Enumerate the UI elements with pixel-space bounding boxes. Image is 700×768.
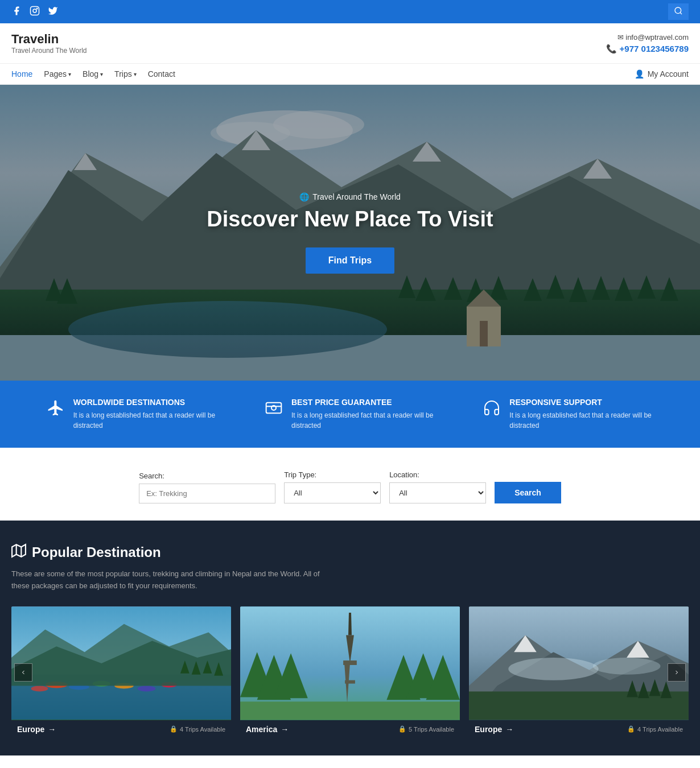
- destination-image-1: [240, 606, 460, 720]
- facebook-icon[interactable]: [11, 6, 22, 18]
- hero-section: 🌐 Travel Around The World Discover New P…: [0, 85, 700, 381]
- instagram-icon[interactable]: [30, 6, 40, 18]
- search-button[interactable]: Search: [495, 482, 561, 503]
- svg-point-3: [675, 7, 681, 14]
- contact-info: ✉ info@wptravel.com 📞 +977 0123456789: [606, 33, 689, 54]
- chevron-down-icon: ▾: [100, 71, 103, 77]
- feature-support: RESPONSIVE SUPPORT It is a long establis…: [483, 398, 653, 431]
- email-icon: ✉: [617, 33, 624, 42]
- plane-icon: [47, 399, 65, 421]
- section-title: Popular Destination: [32, 544, 161, 560]
- destination-card-1: America → 🔒 5 Trips Available: [240, 606, 460, 738]
- card-trips-0: 🔒 4 Trips Available: [170, 725, 225, 733]
- top-bar: [0, 0, 700, 23]
- social-links: [11, 6, 58, 18]
- card-trips-2: 🔒 4 Trips Available: [627, 725, 683, 733]
- lock-icon: 🔒: [398, 725, 406, 733]
- logo-tagline: Travel Around The World: [11, 47, 87, 55]
- carousel-prev-button[interactable]: [14, 663, 32, 682]
- globe-icon: 🌐: [299, 192, 309, 201]
- nav-item-pages[interactable]: Pages ▾: [44, 69, 71, 79]
- destination-carousel: Europe → 🔒 4 Trips Available: [11, 606, 689, 738]
- map-icon: [11, 543, 26, 561]
- svg-point-79: [508, 658, 598, 680]
- twitter-icon[interactable]: [48, 6, 58, 18]
- svg-marker-38: [12, 544, 26, 557]
- price-icon: [265, 399, 283, 421]
- svg-rect-68: [240, 701, 460, 720]
- card-trips-1: 🔒 5 Trips Available: [398, 725, 454, 733]
- main-nav: Home Pages ▾ Blog ▾ Trips ▾ Contact 👤 My…: [0, 64, 700, 85]
- logo[interactable]: Travelin Travel Around The World: [11, 32, 87, 55]
- svg-line-4: [680, 13, 682, 14]
- destination-image-0: [11, 606, 231, 720]
- contact-email: ✉ info@wptravel.com: [617, 33, 689, 42]
- nav-item-blog[interactable]: Blog ▾: [83, 69, 103, 79]
- card-footer-0: Europe → 🔒 4 Trips Available: [11, 720, 231, 738]
- feature-price-text: BEST PRICE GUARANTEE It is a long establ…: [291, 398, 435, 431]
- section-header: Popular Destination: [11, 543, 689, 561]
- hero-title: Discover New Place To Visit: [207, 207, 493, 232]
- lock-icon: 🔒: [170, 725, 178, 733]
- svg-point-1: [33, 9, 36, 13]
- card-name-1[interactable]: America →: [246, 725, 289, 734]
- destination-image-2: [469, 606, 689, 720]
- feature-support-text: RESPONSIVE SUPPORT It is a long establis…: [509, 398, 653, 431]
- svg-rect-64: [345, 680, 355, 683]
- svg-point-80: [593, 658, 661, 675]
- card-footer-1: America → 🔒 5 Trips Available: [240, 720, 460, 738]
- svg-point-48: [138, 686, 156, 691]
- nav-item-home[interactable]: Home: [11, 69, 32, 79]
- carousel-next-button[interactable]: [668, 663, 686, 682]
- trip-type-field: Trip Type: All: [284, 470, 381, 503]
- destination-card-2: Europe → 🔒 4 Trips Available: [469, 606, 689, 738]
- headset-icon: [483, 399, 501, 421]
- account-icon: 👤: [635, 69, 644, 79]
- trip-type-select[interactable]: All: [284, 482, 381, 503]
- search-input[interactable]: [139, 484, 275, 503]
- hero-content: 🌐 Travel Around The World Discover New P…: [207, 192, 493, 274]
- popular-section: Popular Destination These are some of th…: [0, 521, 700, 755]
- section-desc: These are some of the most popular tours…: [11, 568, 324, 592]
- find-trips-button[interactable]: Find Trips: [306, 247, 394, 274]
- svg-marker-62: [348, 613, 352, 635]
- location-field: Location: All: [389, 470, 486, 503]
- svg-rect-0: [31, 6, 39, 15]
- feature-worldwide: WORLDWIDE DESTINATIONS It is a long esta…: [47, 398, 217, 431]
- card-footer-2: Europe → 🔒 4 Trips Available: [469, 720, 689, 738]
- card-name-0[interactable]: Europe →: [17, 725, 56, 734]
- trip-type-label: Trip Type:: [284, 470, 381, 479]
- my-account-link[interactable]: 👤 My Account: [635, 69, 689, 79]
- features-bar: WORLDWIDE DESTINATIONS It is a long esta…: [0, 381, 700, 448]
- arrow-icon: →: [505, 725, 513, 734]
- header: Travelin Travel Around The World ✉ info@…: [0, 23, 700, 64]
- location-select[interactable]: All: [389, 482, 486, 503]
- nav-item-contact[interactable]: Contact: [148, 69, 175, 79]
- svg-point-2: [36, 8, 38, 9]
- search-field: Search:: [139, 472, 275, 503]
- feature-price: BEST PRICE GUARANTEE It is a long establ…: [265, 398, 435, 431]
- contact-phone[interactable]: 📞 +977 0123456789: [606, 44, 689, 54]
- destination-cards: Europe → 🔒 4 Trips Available: [11, 606, 689, 738]
- arrow-icon: →: [48, 725, 56, 734]
- feature-worldwide-text: WORLDWIDE DESTINATIONS It is a long esta…: [73, 398, 217, 431]
- location-label: Location:: [389, 470, 486, 479]
- svg-rect-63: [343, 660, 357, 665]
- chevron-down-icon: ▾: [68, 71, 71, 77]
- svg-point-46: [31, 686, 48, 691]
- search-icon-button[interactable]: [668, 3, 689, 20]
- nav-item-trips[interactable]: Trips ▾: [114, 69, 137, 79]
- hero-subtitle: 🌐 Travel Around The World: [207, 192, 493, 201]
- search-label: Search:: [139, 472, 275, 480]
- destination-card-0: Europe → 🔒 4 Trips Available: [11, 606, 231, 738]
- svg-rect-35: [266, 403, 282, 414]
- arrow-icon: →: [281, 725, 289, 734]
- chevron-down-icon: ▾: [134, 71, 137, 77]
- nav-items: Home Pages ▾ Blog ▾ Trips ▾ Contact: [11, 69, 175, 79]
- logo-name: Travelin: [11, 32, 87, 47]
- search-section: Search: Trip Type: All Location: All Sea…: [0, 448, 700, 521]
- card-name-2[interactable]: Europe →: [475, 725, 513, 734]
- phone-icon: 📞: [606, 44, 617, 53]
- lock-icon: 🔒: [627, 725, 635, 733]
